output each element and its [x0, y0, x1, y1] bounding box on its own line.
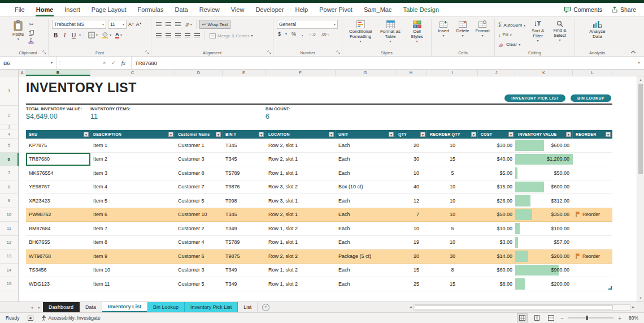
cell-description[interactable]: Item 11 — [90, 277, 175, 291]
cell-qty[interactable]: 20 — [395, 249, 427, 264]
decrease-font-button[interactable]: A▼ — [136, 21, 141, 27]
row-header-number[interactable]: 5 — [0, 139, 18, 153]
align-right-button[interactable] — [174, 33, 182, 38]
cell-cost[interactable]: $3.00 — [478, 236, 515, 250]
underline-dropdown-icon[interactable]: ▾ — [79, 33, 81, 37]
cell-cost[interactable]: $5.00 — [478, 166, 515, 180]
cell-col-a[interactable] — [19, 139, 26, 153]
cell-reorder-qty[interactable]: 30 — [427, 249, 478, 264]
ribbon-tab[interactable]: Help — [290, 3, 314, 16]
cell-cost[interactable]: $15.00 — [478, 180, 515, 195]
cell-description[interactable]: Item 2 — [90, 153, 175, 167]
formula-bar-expand-icon[interactable]: ▾ — [634, 57, 644, 69]
cell-reorder-qty[interactable]: 10 — [427, 236, 478, 250]
cell-sku[interactable]: TS3456 — [26, 264, 90, 278]
stat-total-inventory-value[interactable]: TOTAL INVENTORY VALUE: $4,649.00 — [26, 106, 90, 124]
name-box[interactable]: B6 ▾ — [0, 57, 56, 69]
alignment-dialog-launcher[interactable] — [267, 50, 272, 55]
cell-reorder-flag[interactable] — [573, 236, 612, 250]
cell-customer-name[interactable]: Customer 7 — [175, 180, 223, 195]
cell-sku[interactable]: TR87680 — [26, 153, 90, 167]
row-header-number[interactable]: 3 — [0, 124, 18, 130]
ribbon-tab[interactable]: Data — [169, 3, 193, 16]
cell-col-a[interactable] — [19, 194, 26, 208]
macro-record-button[interactable] — [28, 316, 33, 321]
cell-cost[interactable]: $40.00 — [478, 153, 515, 167]
column-header-letter[interactable]: L — [573, 70, 612, 76]
clipboard-dialog-launcher[interactable] — [42, 50, 47, 55]
table-column-header[interactable]: INVENTORY VALUE ▼ — [515, 130, 573, 139]
cell-unit[interactable]: Each — [336, 139, 395, 153]
row-header-number[interactable]: 4 — [0, 130, 18, 139]
font-color-button[interactable]: A▾ — [114, 31, 123, 39]
filter-dropdown-icon[interactable]: ▼ — [508, 132, 514, 137]
insert-function-button[interactable]: fx — [121, 60, 125, 66]
percent-button[interactable]: % — [290, 31, 297, 37]
scroll-down-arrow[interactable]: ▼ — [637, 295, 644, 302]
cell-inventory-value[interactable]: $312.00 — [515, 194, 573, 208]
ribbon-tab[interactable]: Review — [194, 3, 225, 16]
sheet-tab[interactable]: Inventory List — [102, 302, 147, 312]
cell-col-a[interactable] — [19, 180, 26, 195]
sheet-nav-left-arrow[interactable]: ◄ — [28, 302, 36, 312]
decrease-decimal-button[interactable]: .00→ — [320, 32, 331, 36]
horizontal-scrollbar[interactable]: ◄ ► — [407, 302, 644, 312]
ribbon-tab[interactable]: Table Design — [397, 3, 445, 16]
bold-button[interactable]: B — [52, 32, 59, 38]
cell-reorder-qty[interactable]: 5 — [427, 166, 478, 180]
cell-location[interactable]: Row 1, slot 2 — [266, 277, 336, 291]
cell-unit[interactable]: Package (5 ct) — [336, 249, 395, 264]
cell-location[interactable]: Row 1, slot 2 — [266, 264, 336, 278]
cell-qty[interactable]: 10 — [395, 166, 427, 180]
cell-qty[interactable]: 10 — [395, 222, 427, 236]
cell-qty[interactable]: 12 — [395, 194, 427, 208]
cell-reorder-flag[interactable] — [573, 180, 612, 195]
cell-sku[interactable]: BM87684 — [26, 222, 90, 236]
cell-inventory-value[interactable]: $57.00 — [515, 236, 573, 250]
format-painter-button[interactable] — [27, 38, 35, 45]
filter-dropdown-icon[interactable]: ▼ — [566, 132, 571, 137]
table-column-header[interactable]: COST ▼ — [478, 130, 515, 139]
increase-font-button[interactable]: A▲ — [128, 21, 134, 27]
ribbon-tab[interactable]: Insert — [59, 3, 86, 16]
sort-filter-button[interactable]: Sort & Filter ▾ — [528, 20, 547, 49]
horizontal-scroll-thumb[interactable] — [415, 305, 613, 309]
column-header-letter[interactable]: F — [266, 70, 336, 76]
ribbon-tab[interactable]: Formulas — [132, 3, 169, 16]
cell-bin[interactable]: T9875 — [223, 249, 266, 264]
cell-inventory-value[interactable]: $1,200.00 — [515, 153, 573, 167]
cell-reorder-flag[interactable] — [573, 166, 612, 180]
cell-col-a[interactable] — [19, 249, 26, 264]
fill-color-button[interactable]: ▾ — [101, 31, 112, 39]
ribbon-tab[interactable]: Sam_Mac — [358, 3, 398, 16]
cell-description[interactable]: Item 7 — [90, 222, 175, 236]
sheet-tab[interactable]: Dashboard — [43, 302, 80, 312]
cancel-button[interactable]: × — [103, 60, 106, 66]
cell-location[interactable]: Row 2, slot 2 — [266, 249, 336, 264]
cell-inventory-value[interactable]: $50.00 — [515, 166, 573, 180]
cell-location[interactable]: Row 2, slot 1 — [266, 208, 336, 222]
scroll-left-arrow[interactable]: ◄ — [409, 305, 412, 309]
cell-reorder-flag[interactable] — [573, 153, 612, 167]
font-size-combobox[interactable]: 11▾ — [108, 20, 127, 29]
column-header-letter[interactable]: C — [90, 70, 175, 76]
cell-customer-name[interactable]: Customer 10 — [175, 208, 223, 222]
row-header-number[interactable]: 15 — [0, 277, 18, 291]
filter-dropdown-icon[interactable]: ▼ — [471, 132, 476, 137]
sheet-nav-right-arrow[interactable]: ► — [36, 302, 43, 312]
decrease-indent-button[interactable] — [184, 33, 192, 38]
cell-inventory-value[interactable]: $200.00 — [515, 277, 573, 291]
cell-bin[interactable]: T098 — [223, 194, 266, 208]
cell-reorder-qty[interactable]: 8 — [427, 264, 478, 278]
cell-filler[interactable] — [612, 236, 637, 250]
cell-filler[interactable] — [612, 277, 637, 291]
zoom-slider-thumb[interactable] — [586, 316, 588, 320]
cell-bin[interactable]: T345 — [223, 139, 266, 153]
cell-customer-name[interactable]: Customer 2 — [175, 222, 223, 236]
row-header-number[interactable]: 8 — [0, 180, 18, 195]
cell-unit[interactable]: Each — [336, 277, 395, 291]
cell-unit[interactable]: Each — [336, 264, 395, 278]
table-column-header[interactable]: REORDER QTY ▼ — [427, 130, 478, 139]
cell-bin[interactable]: T5789 — [223, 166, 266, 180]
cell-unit[interactable]: Each — [336, 236, 395, 250]
